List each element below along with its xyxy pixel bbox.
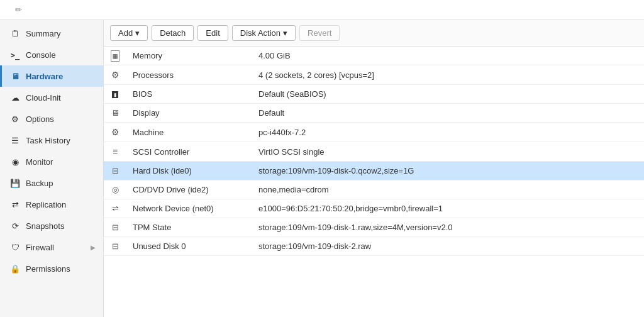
row-name: Display [126, 104, 252, 123]
sidebar-item-label: Task History [26, 136, 70, 145]
sidebar-item-firewall[interactable]: 🛡 Firewall ▶ [0, 236, 103, 258]
row-value: e1000=96:D5:21:70:50:20,bridge=vmbr0,fir… [252, 199, 644, 218]
console-icon: >_ [9, 50, 21, 60]
row-icon: ≡ [104, 142, 126, 162]
sidebar-item-cloud-init[interactable]: ☁ Cloud-Init [0, 87, 103, 108]
row-name: BIOS [126, 85, 252, 104]
row-icon: ▦ [104, 47, 126, 65]
snapshots-icon: ⟳ [9, 221, 21, 231]
row-icon: ⇌ [104, 199, 126, 218]
firewall-icon: 🛡 [9, 242, 21, 252]
sidebar-item-label: Console [26, 50, 56, 60]
row-icon: 🖥 [104, 104, 126, 123]
row-value: storage:109/vm-109-disk-1.raw,size=4M,ve… [252, 218, 644, 237]
table-row[interactable]: ⊟ TPM State storage:109/vm-109-disk-1.ra… [104, 218, 644, 237]
sidebar-item-label: Firewall [26, 243, 54, 252]
add-button[interactable]: Add ▾ [110, 25, 148, 41]
row-name: Unused Disk 0 [126, 237, 252, 256]
disk-action-label: Disk Action [240, 28, 280, 38]
sidebar-item-label: Permissions [26, 264, 70, 274]
backup-icon: 💾 [9, 178, 21, 188]
row-name: TPM State [126, 218, 252, 237]
row-name: Processors [126, 65, 252, 85]
hardware-icon: 🖥 [9, 71, 21, 81]
table-row[interactable]: ≡ SCSI Controller VirtIO SCSI single [104, 142, 644, 162]
table-row[interactable]: ⇌ Network Device (net0) e1000=96:D5:21:7… [104, 199, 644, 218]
sidebar-item-summary[interactable]: 🗒 Summary [0, 23, 103, 44]
row-value: storage:109/vm-109-disk-2.raw [252, 237, 644, 256]
table-row[interactable]: ▦ Memory 4.00 GiB [104, 47, 644, 65]
table-row[interactable]: ◎ CD/DVD Drive (ide2) none,media=cdrom [104, 180, 644, 199]
sidebar-item-monitor[interactable]: ◉ Monitor [0, 151, 103, 172]
content-area: Add ▾ Detach Edit Disk Action ▾ Revert ▦… [104, 20, 644, 317]
sidebar-item-label: Monitor [26, 157, 53, 167]
options-icon: ⚙ [9, 114, 21, 124]
detach-label: Detach [160, 28, 186, 38]
detach-button[interactable]: Detach [152, 25, 194, 41]
sidebar-item-backup[interactable]: 💾 Backup [0, 172, 103, 194]
sidebar-item-snapshots[interactable]: ⟳ Snapshots [0, 215, 103, 236]
sidebar-item-task-history[interactable]: ☰ Task History [0, 130, 103, 151]
edit-button[interactable]: Edit [197, 25, 228, 41]
row-value: Default (SeaBIOS) [252, 85, 644, 104]
row-name: Network Device (net0) [126, 199, 252, 218]
title-bar: ✏ [0, 0, 644, 20]
main-layout: 🗒 Summary >_ Console 🖥 Hardware ☁ Cloud-… [0, 20, 644, 317]
row-value: 4.00 GiB [252, 47, 644, 65]
row-value: 4 (2 sockets, 2 cores) [vcpus=2] [252, 65, 644, 85]
table-row[interactable]: ⚙ Processors 4 (2 sockets, 2 cores) [vcp… [104, 65, 644, 85]
cloud-init-icon: ☁ [9, 92, 21, 103]
row-name: Machine [126, 123, 252, 142]
row-name: CD/DVD Drive (ide2) [126, 180, 252, 199]
table-row[interactable]: ⊟ Hard Disk (ide0) storage:109/vm-109-di… [104, 162, 644, 180]
row-icon: ⚙ [104, 65, 126, 85]
table-row[interactable]: ⚙ Machine pc-i440fx-7.2 [104, 123, 644, 142]
table-row[interactable]: ⊟ Unused Disk 0 storage:109/vm-109-disk-… [104, 237, 644, 256]
tags-area: ✏ [13, 5, 22, 14]
table-row[interactable]: ▮ BIOS Default (SeaBIOS) [104, 85, 644, 104]
add-chevron-icon: ▾ [135, 28, 140, 38]
edit-tags-icon[interactable]: ✏ [15, 5, 22, 14]
sidebar-item-label: Replication [26, 200, 66, 209]
row-name: Hard Disk (ide0) [126, 162, 252, 180]
revert-label: Revert [308, 28, 331, 38]
sidebar-item-label: Backup [26, 179, 53, 188]
table-row[interactable]: 🖥 Display Default [104, 104, 644, 123]
sidebar-item-label: Summary [26, 29, 61, 38]
sidebar-item-hardware[interactable]: 🖥 Hardware [0, 65, 103, 87]
edit-label: Edit [206, 28, 219, 38]
hardware-table: ▦ Memory 4.00 GiB ⚙ Processors 4 (2 sock… [104, 47, 644, 256]
sidebar-item-label: Hardware [26, 72, 63, 81]
row-icon: ◎ [104, 180, 126, 199]
sidebar-arrow-icon: ▶ [91, 244, 96, 251]
task-history-icon: ☰ [9, 135, 21, 145]
row-value: Default [252, 104, 644, 123]
summary-icon: 🗒 [9, 28, 21, 38]
revert-button[interactable]: Revert [299, 25, 340, 41]
row-icon: ⊟ [104, 218, 126, 237]
row-name: Memory [126, 47, 252, 65]
row-value: pc-i440fx-7.2 [252, 123, 644, 142]
sidebar-item-options[interactable]: ⚙ Options [0, 108, 103, 130]
row-value: none,media=cdrom [252, 180, 644, 199]
row-icon: ▮ [104, 85, 126, 104]
disk-action-chevron-icon: ▾ [283, 28, 287, 38]
monitor-icon: ◉ [9, 157, 21, 167]
sidebar-item-replication[interactable]: ⇄ Replication [0, 194, 103, 215]
sidebar-item-console[interactable]: >_ Console [0, 44, 103, 65]
sidebar-item-permissions[interactable]: 🔒 Permissions [0, 258, 103, 279]
row-value: VirtIO SCSI single [252, 142, 644, 162]
add-label: Add [118, 28, 133, 38]
row-name: SCSI Controller [126, 142, 252, 162]
row-icon: ⊟ [104, 237, 126, 256]
sidebar-item-label: Cloud-Init [26, 93, 61, 103]
replication-icon: ⇄ [9, 199, 21, 209]
toolbar: Add ▾ Detach Edit Disk Action ▾ Revert [104, 20, 644, 47]
sidebar: 🗒 Summary >_ Console 🖥 Hardware ☁ Cloud-… [0, 20, 104, 317]
disk-action-button[interactable]: Disk Action ▾ [232, 25, 296, 41]
row-icon: ⚙ [104, 123, 126, 142]
permissions-icon: 🔒 [9, 264, 21, 274]
row-icon: ⊟ [104, 162, 126, 180]
row-value: storage:109/vm-109-disk-0.qcow2,size=1G [252, 162, 644, 180]
sidebar-item-label: Options [26, 114, 54, 124]
